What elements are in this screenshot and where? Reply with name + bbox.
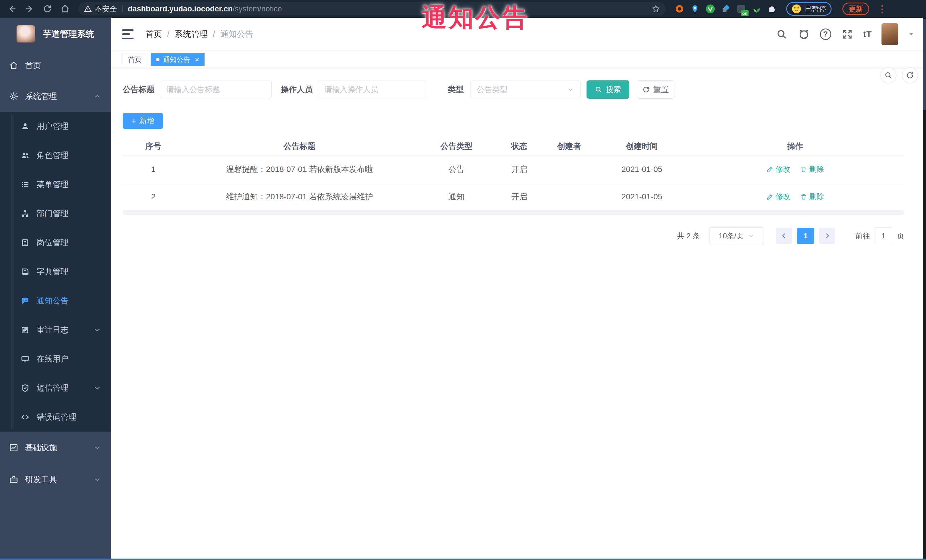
tag-view-bar: 首页 通知公告 ×	[111, 51, 923, 68]
sidebar-item-dev-tools[interactable]: 研发工具	[0, 463, 111, 495]
delete-link-label: 删除	[809, 192, 824, 202]
cell-created-at: 2021-01-05	[598, 165, 686, 174]
chevron-right-icon	[823, 232, 831, 240]
chevron-down-icon	[94, 476, 101, 483]
tab-home[interactable]: 首页	[123, 53, 147, 66]
app-logo[interactable]: 芋道管理系统	[0, 18, 111, 50]
pencil-icon	[767, 193, 773, 200]
search-button-label: 搜索	[606, 85, 621, 95]
search-icon	[595, 86, 602, 93]
page-size-select[interactable]: 10条/页	[709, 227, 764, 245]
tab-notice[interactable]: 通知公告 ×	[151, 53, 204, 66]
browser-update-button[interactable]: 更新	[843, 3, 869, 15]
refresh-table-button[interactable]	[902, 67, 918, 83]
edit-link[interactable]: 修改	[767, 164, 790, 174]
window-scrollbar-thumb[interactable]	[923, 19, 926, 110]
browser-forward-icon[interactable]	[24, 3, 35, 15]
sidebar-item-online-users[interactable]: 在线用户	[0, 344, 111, 374]
extension-pin-icon[interactable]	[690, 4, 700, 14]
avatar-caret-icon[interactable]	[908, 31, 915, 38]
browser-back-icon[interactable]	[6, 3, 18, 15]
sidebar-item-dictionary[interactable]: 字典管理	[0, 257, 111, 286]
goto-page: 前往 页	[855, 228, 904, 244]
fullscreen-icon[interactable]	[841, 28, 853, 41]
shield-icon	[20, 384, 30, 392]
sidebar-item-users[interactable]: 用户管理	[0, 112, 111, 141]
sidebar-item-label: 字典管理	[36, 266, 68, 277]
edit-link-label: 修改	[776, 164, 790, 174]
sidebar-item-home[interactable]: 首页	[0, 50, 111, 81]
sidebar-item-notice[interactable]: 通知公告	[0, 286, 111, 315]
edit-link[interactable]: 修改	[767, 192, 790, 202]
chevron-down-icon	[94, 384, 101, 392]
extension-ring-icon[interactable]	[674, 4, 685, 14]
search-button[interactable]: 搜索	[587, 80, 629, 99]
font-size-icon[interactable]: tT	[863, 29, 872, 39]
delete-link[interactable]: 删除	[800, 192, 824, 202]
type-select[interactable]: 公告类型	[470, 81, 581, 98]
add-button[interactable]: + 新增	[123, 113, 163, 129]
sidebar-item-sms[interactable]: 短信管理	[0, 374, 111, 403]
goto-page-input[interactable]	[875, 228, 892, 244]
tab-close-icon[interactable]: ×	[195, 56, 199, 63]
gear-icon	[9, 92, 19, 101]
type-filter-label: 类型	[448, 84, 464, 95]
next-page-button[interactable]	[819, 228, 835, 244]
sidebar-item-label: 通知公告	[36, 295, 68, 306]
cell-status: 开启	[498, 164, 540, 175]
sidebar-item-departments[interactable]: 部门管理	[0, 199, 111, 228]
page-number-button[interactable]: 1	[797, 228, 814, 244]
url-text: dashboard.yudao.iocoder.cn/system/notice	[128, 5, 282, 14]
extension-green-circle-icon[interactable]	[705, 4, 716, 14]
sidebar-item-infrastructure[interactable]: 基础设施	[0, 432, 111, 463]
github-icon[interactable]	[797, 28, 810, 41]
sidebar-item-audit-log[interactable]: 审计日志	[0, 315, 111, 344]
annotation-overlay-text: 通知公告	[422, 1, 529, 35]
goto-unit: 页	[897, 231, 904, 241]
extension-puzzle-icon[interactable]	[767, 4, 777, 14]
sidebar-item-roles[interactable]: 角色管理	[0, 141, 111, 170]
operator-filter-input[interactable]	[318, 81, 426, 98]
cell-type: 通知	[415, 191, 498, 202]
title-filter-input[interactable]	[160, 81, 272, 98]
breadcrumb-home[interactable]: 首页	[145, 29, 162, 40]
extension-database-on-icon[interactable]: on	[736, 4, 746, 14]
sidebar-item-label: 系统管理	[25, 91, 57, 102]
not-secure-warning[interactable]: 不安全	[84, 4, 117, 14]
sidebar-item-system[interactable]: 系统管理	[0, 81, 111, 112]
tab-label: 首页	[128, 55, 142, 64]
address-bar[interactable]: 不安全 dashboard.yudao.iocoder.cn/system/no…	[78, 2, 666, 15]
browser-home-icon[interactable]	[59, 3, 71, 15]
breadcrumb-current: 通知公告	[220, 29, 253, 40]
search-icon[interactable]	[775, 28, 788, 41]
header-operation: 操作	[686, 141, 904, 152]
extension-sprout-icon[interactable]	[751, 4, 762, 14]
header-title: 公告标题	[184, 141, 415, 152]
browser-menu-kebab-icon[interactable]: ⋮	[877, 4, 887, 14]
table-row: 1 温馨提醒：2018-07-01 若依新版本发布啦 公告 开启 2021-01…	[123, 156, 904, 183]
breadcrumb-system[interactable]: 系统管理	[175, 29, 208, 40]
menu-list-icon	[20, 180, 30, 189]
security-label: 不安全	[95, 4, 117, 14]
page-content: 公告标题 操作人员 类型 公告类型 搜索 重置 +	[111, 68, 923, 245]
sidebar-item-menus[interactable]: 菜单管理	[0, 170, 111, 199]
sidebar-item-error-codes[interactable]: 错误码管理	[0, 403, 111, 432]
bookmark-star-icon[interactable]	[652, 5, 660, 13]
recorder-paused-pill[interactable]: 已暂停	[786, 2, 832, 16]
system-submenu: 用户管理 角色管理 菜单管理 部门管理 岗位管理	[0, 112, 111, 432]
home-icon	[9, 61, 19, 70]
sidebar-item-posts[interactable]: 岗位管理	[0, 228, 111, 257]
delete-link[interactable]: 删除	[800, 164, 824, 174]
type-select-placeholder: 公告类型	[477, 85, 507, 95]
paused-label: 已暂停	[805, 4, 826, 14]
browser-reload-icon[interactable]	[42, 3, 53, 15]
sidebar-toggle-icon[interactable]	[122, 29, 133, 39]
show-search-toggle-button[interactable]	[881, 67, 896, 83]
user-avatar[interactable]	[882, 23, 898, 45]
reset-button[interactable]: 重置	[637, 80, 674, 99]
users-icon	[20, 151, 30, 160]
extension-diamond-icon[interactable]	[720, 4, 731, 14]
prev-page-button[interactable]	[776, 228, 792, 244]
help-icon[interactable]: ?	[820, 29, 831, 40]
omnibox-divider	[122, 5, 123, 12]
